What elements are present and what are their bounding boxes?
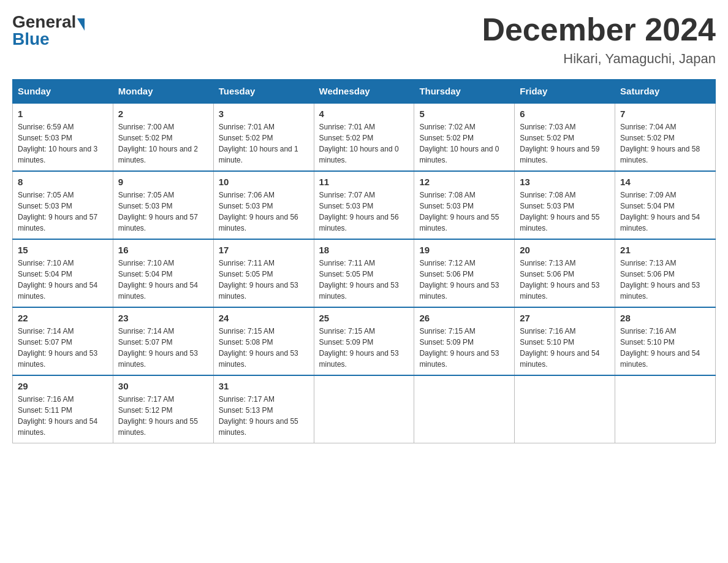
day-info: Sunrise: 7:05 AM Sunset: 5:03 PM Dayligh… <box>118 191 198 232</box>
day-number: 17 <box>219 245 309 255</box>
day-number: 22 <box>18 313 108 323</box>
day-number: 2 <box>118 109 208 119</box>
day-info: Sunrise: 7:10 AM Sunset: 5:04 PM Dayligh… <box>18 259 97 301</box>
table-row <box>414 375 515 443</box>
table-row: 8 Sunrise: 7:05 AM Sunset: 5:03 PM Dayli… <box>13 171 113 239</box>
table-row: 24 Sunrise: 7:15 AM Sunset: 5:08 PM Dayl… <box>213 307 314 375</box>
day-number: 1 <box>18 109 108 119</box>
table-row: 19 Sunrise: 7:12 AM Sunset: 5:06 PM Dayl… <box>414 239 515 307</box>
day-info: Sunrise: 7:02 AM Sunset: 5:02 PM Dayligh… <box>419 123 499 164</box>
table-row: 11 Sunrise: 7:07 AM Sunset: 5:03 PM Dayl… <box>314 171 414 239</box>
table-row: 6 Sunrise: 7:03 AM Sunset: 5:02 PM Dayli… <box>515 103 615 171</box>
day-info: Sunrise: 7:14 AM Sunset: 5:07 PM Dayligh… <box>18 327 97 369</box>
day-info: Sunrise: 7:15 AM Sunset: 5:08 PM Dayligh… <box>219 327 298 369</box>
table-row: 17 Sunrise: 7:11 AM Sunset: 5:05 PM Dayl… <box>213 239 314 307</box>
day-number: 23 <box>118 313 208 323</box>
day-number: 10 <box>219 177 309 187</box>
title-section: December 2024 Hikari, Yamaguchi, Japan <box>482 12 716 67</box>
day-number: 6 <box>520 109 610 119</box>
table-row: 10 Sunrise: 7:06 AM Sunset: 5:03 PM Dayl… <box>213 171 314 239</box>
day-info: Sunrise: 7:10 AM Sunset: 5:04 PM Dayligh… <box>118 259 198 301</box>
table-row <box>615 375 716 443</box>
header-tuesday: Tuesday <box>213 80 314 104</box>
calendar-week-1: 1 Sunrise: 6:59 AM Sunset: 5:03 PM Dayli… <box>13 103 716 171</box>
header-monday: Monday <box>113 80 213 104</box>
day-number: 4 <box>319 109 409 119</box>
header-friday: Friday <box>515 80 615 104</box>
day-number: 21 <box>620 245 710 255</box>
day-info: Sunrise: 7:08 AM Sunset: 5:03 PM Dayligh… <box>520 191 599 232</box>
day-number: 12 <box>419 177 509 187</box>
table-row: 22 Sunrise: 7:14 AM Sunset: 5:07 PM Dayl… <box>13 307 113 375</box>
day-number: 28 <box>620 313 710 323</box>
header-thursday: Thursday <box>414 80 515 104</box>
day-number: 30 <box>118 381 208 391</box>
day-info: Sunrise: 6:59 AM Sunset: 5:03 PM Dayligh… <box>18 123 97 164</box>
header-saturday: Saturday <box>615 80 716 104</box>
table-row: 30 Sunrise: 7:17 AM Sunset: 5:12 PM Dayl… <box>113 375 213 443</box>
table-row: 31 Sunrise: 7:17 AM Sunset: 5:13 PM Dayl… <box>213 375 314 443</box>
day-number: 8 <box>18 177 108 187</box>
day-number: 14 <box>620 177 710 187</box>
table-row: 3 Sunrise: 7:01 AM Sunset: 5:02 PM Dayli… <box>213 103 314 171</box>
day-number: 13 <box>520 177 610 187</box>
day-info: Sunrise: 7:01 AM Sunset: 5:02 PM Dayligh… <box>219 123 298 164</box>
day-info: Sunrise: 7:14 AM Sunset: 5:07 PM Dayligh… <box>118 327 198 369</box>
day-number: 19 <box>419 245 509 255</box>
table-row: 7 Sunrise: 7:04 AM Sunset: 5:02 PM Dayli… <box>615 103 716 171</box>
table-row: 15 Sunrise: 7:10 AM Sunset: 5:04 PM Dayl… <box>13 239 113 307</box>
day-info: Sunrise: 7:15 AM Sunset: 5:09 PM Dayligh… <box>319 327 399 369</box>
day-info: Sunrise: 7:13 AM Sunset: 5:06 PM Dayligh… <box>620 259 700 301</box>
day-number: 20 <box>520 245 610 255</box>
day-info: Sunrise: 7:17 AM Sunset: 5:13 PM Dayligh… <box>219 395 298 437</box>
calendar-week-4: 22 Sunrise: 7:14 AM Sunset: 5:07 PM Dayl… <box>13 307 716 375</box>
day-info: Sunrise: 7:16 AM Sunset: 5:10 PM Dayligh… <box>620 327 700 369</box>
day-info: Sunrise: 7:00 AM Sunset: 5:02 PM Dayligh… <box>118 123 198 164</box>
day-info: Sunrise: 7:17 AM Sunset: 5:12 PM Dayligh… <box>118 395 198 437</box>
main-title: December 2024 <box>482 12 716 47</box>
day-number: 18 <box>319 245 409 255</box>
day-info: Sunrise: 7:16 AM Sunset: 5:10 PM Dayligh… <box>520 327 599 369</box>
day-info: Sunrise: 7:11 AM Sunset: 5:05 PM Dayligh… <box>219 259 298 301</box>
day-info: Sunrise: 7:15 AM Sunset: 5:09 PM Dayligh… <box>419 327 499 369</box>
subtitle: Hikari, Yamaguchi, Japan <box>482 51 716 67</box>
calendar-week-2: 8 Sunrise: 7:05 AM Sunset: 5:03 PM Dayli… <box>13 171 716 239</box>
day-number: 26 <box>419 313 509 323</box>
logo: General Blue <box>12 12 86 49</box>
day-info: Sunrise: 7:13 AM Sunset: 5:06 PM Dayligh… <box>520 259 599 301</box>
day-info: Sunrise: 7:07 AM Sunset: 5:03 PM Dayligh… <box>319 191 399 232</box>
day-info: Sunrise: 7:16 AM Sunset: 5:11 PM Dayligh… <box>18 395 97 437</box>
table-row <box>314 375 414 443</box>
table-row: 1 Sunrise: 6:59 AM Sunset: 5:03 PM Dayli… <box>13 103 113 171</box>
table-row: 18 Sunrise: 7:11 AM Sunset: 5:05 PM Dayl… <box>314 239 414 307</box>
day-number: 9 <box>118 177 208 187</box>
page-header: General Blue December 2024 Hikari, Yamag… <box>12 12 716 67</box>
table-row: 28 Sunrise: 7:16 AM Sunset: 5:10 PM Dayl… <box>615 307 716 375</box>
calendar-week-5: 29 Sunrise: 7:16 AM Sunset: 5:11 PM Dayl… <box>13 375 716 443</box>
day-info: Sunrise: 7:01 AM Sunset: 5:02 PM Dayligh… <box>319 123 399 164</box>
day-number: 29 <box>18 381 108 391</box>
table-row: 16 Sunrise: 7:10 AM Sunset: 5:04 PM Dayl… <box>113 239 213 307</box>
header-sunday: Sunday <box>13 80 113 104</box>
table-row: 5 Sunrise: 7:02 AM Sunset: 5:02 PM Dayli… <box>414 103 515 171</box>
header-wednesday: Wednesday <box>314 80 414 104</box>
day-number: 25 <box>319 313 409 323</box>
day-info: Sunrise: 7:12 AM Sunset: 5:06 PM Dayligh… <box>419 259 499 301</box>
day-info: Sunrise: 7:03 AM Sunset: 5:02 PM Dayligh… <box>520 123 599 164</box>
table-row: 27 Sunrise: 7:16 AM Sunset: 5:10 PM Dayl… <box>515 307 615 375</box>
table-row: 21 Sunrise: 7:13 AM Sunset: 5:06 PM Dayl… <box>615 239 716 307</box>
day-number: 24 <box>219 313 309 323</box>
table-row: 12 Sunrise: 7:08 AM Sunset: 5:03 PM Dayl… <box>414 171 515 239</box>
day-number: 15 <box>18 245 108 255</box>
calendar-week-3: 15 Sunrise: 7:10 AM Sunset: 5:04 PM Dayl… <box>13 239 716 307</box>
day-number: 5 <box>419 109 509 119</box>
logo-triangle-icon <box>77 18 85 31</box>
table-row: 29 Sunrise: 7:16 AM Sunset: 5:11 PM Dayl… <box>13 375 113 443</box>
table-row: 13 Sunrise: 7:08 AM Sunset: 5:03 PM Dayl… <box>515 171 615 239</box>
table-row: 14 Sunrise: 7:09 AM Sunset: 5:04 PM Dayl… <box>615 171 716 239</box>
table-row: 9 Sunrise: 7:05 AM Sunset: 5:03 PM Dayli… <box>113 171 213 239</box>
table-row <box>515 375 615 443</box>
day-number: 11 <box>319 177 409 187</box>
day-number: 31 <box>219 381 309 391</box>
calendar-header-row: Sunday Monday Tuesday Wednesday Thursday… <box>13 80 716 104</box>
